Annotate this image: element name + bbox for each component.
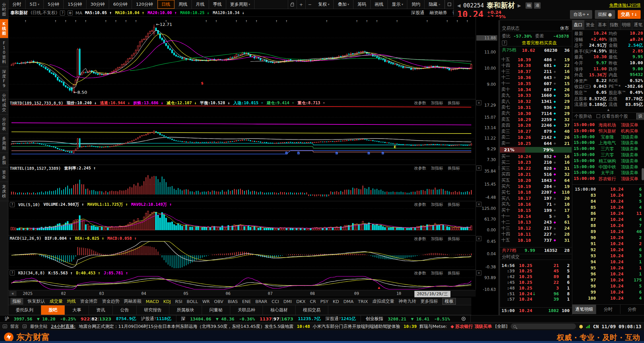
button-换指标[interactable]: 换指标 bbox=[448, 270, 460, 276]
button-换指标[interactable]: 换指标 bbox=[448, 165, 460, 171]
help-icon[interactable]: ? bbox=[10, 202, 15, 207]
alert-row[interactable]: 15:00:00精工钢构顶级卖单 bbox=[572, 158, 644, 164]
button-加指标[interactable]: 加指标 bbox=[431, 100, 443, 106]
tab-分时[interactable]: 分时 bbox=[596, 305, 620, 314]
sidebar-item-分时成交[interactable]: 分时成交 bbox=[0, 91, 8, 115]
reset-indicators-button[interactable]: 恢复默认 bbox=[28, 298, 45, 304]
help-icon[interactable]: ? bbox=[502, 40, 507, 45]
sidebar-item-龙虎榜[interactable]: 龙虎榜 bbox=[0, 182, 8, 201]
lock-icon[interactable] bbox=[288, 0, 297, 9]
alert-row[interactable]: 15:00:00太平洋顶级卖单 bbox=[572, 170, 644, 176]
station-icon[interactable] bbox=[23, 325, 27, 328]
market-link-融资融券[interactable]: 融资融券 bbox=[430, 10, 447, 16]
sidebar-item-分时图[interactable]: 分时图 bbox=[0, 0, 8, 19]
period-周线[interactable]: 周线 bbox=[175, 0, 192, 9]
tool-叠加[interactable]: 叠加▾ bbox=[334, 0, 353, 9]
market-link-深股通[interactable]: 深股通 bbox=[411, 10, 424, 16]
tool-复权[interactable]: 复权▾ bbox=[314, 0, 334, 9]
indicator-tab-ENE[interactable]: ENE bbox=[242, 299, 251, 304]
tab-资金[interactable]: 资金 bbox=[584, 20, 597, 30]
alert-row[interactable]: 15:00:00恒兴新材机构买单 bbox=[572, 128, 644, 134]
indicator-tab-资金博弈[interactable]: 资金博弈 bbox=[80, 298, 98, 304]
period-60分钟[interactable]: 60分钟 bbox=[109, 0, 132, 9]
alert-row[interactable]: 15:00:00三六零顶级卖单 bbox=[572, 152, 644, 158]
help-icon[interactable]: ? bbox=[60, 10, 65, 15]
sidebar-item-F10资料[interactable]: F10资料 bbox=[0, 38, 8, 67]
sidebar-item-深度F9[interactable]: 深度F9 bbox=[0, 67, 8, 91]
tab-关联品种[interactable]: 关联品种 bbox=[230, 305, 263, 315]
close-icon[interactable]: × bbox=[476, 100, 481, 105]
alert-row[interactable]: 15:00:00三六零顶级卖单 bbox=[572, 146, 644, 152]
zoom-in-button[interactable]: + bbox=[297, 0, 305, 9]
tab-逐笔[interactable]: 逐笔 bbox=[632, 20, 644, 30]
button-加指标[interactable]: 加指标 bbox=[431, 165, 443, 171]
message-icon[interactable] bbox=[3, 325, 7, 328]
tab-公告[interactable]: 公告 bbox=[113, 305, 137, 315]
period-季线[interactable]: 季线 bbox=[209, 0, 226, 9]
collapse-arrow-icon[interactable]: ▲ bbox=[572, 108, 644, 113]
kline-chart[interactable]: 11.8811.0010.009.0017.2915.0713.1411.229… bbox=[8, 17, 500, 297]
tab-模拟交易[interactable]: 模拟交易 bbox=[296, 305, 328, 315]
sidebar-item-资金[interactable]: 资金 bbox=[0, 167, 8, 182]
indicator-tab-KDJ[interactable]: KDJ bbox=[163, 299, 171, 304]
zoom-out-button[interactable]: − bbox=[305, 0, 314, 9]
indicator-tab-BOLL[interactable]: BOLL bbox=[187, 299, 198, 304]
tool-隐藏[interactable]: 隐藏» bbox=[425, 0, 445, 9]
tab-核心题材[interactable]: 核心题材 bbox=[263, 305, 296, 315]
indicator-tab-虚拟成交量[interactable]: 虚拟成交量 bbox=[372, 298, 394, 304]
period-分时[interactable]: 分时 bbox=[8, 0, 26, 9]
tab-研究报告[interactable]: 研究报告 bbox=[137, 305, 169, 315]
sidebar-item-分价表[interactable]: 分价表 bbox=[0, 115, 8, 134]
trade-button[interactable]: 交易↑↓ bbox=[618, 10, 641, 19]
tab-基本[interactable]: 基本 bbox=[596, 20, 608, 30]
tool-画线[interactable]: 画线 bbox=[371, 0, 388, 9]
period-5分钟[interactable]: 5分钟 bbox=[44, 0, 64, 9]
close-icon[interactable]: × bbox=[476, 270, 481, 275]
alert-row[interactable]: 15:00:00宝泰隆顶级卖单 bbox=[572, 134, 644, 140]
button-改参数[interactable]: 改参数 bbox=[414, 202, 426, 207]
sidebar-item-K线图[interactable]: K线图 bbox=[0, 19, 8, 38]
period-15分钟[interactable]: 15分钟 bbox=[64, 0, 87, 9]
news-item[interactable]: 10:39 辉瑞与Metse: bbox=[404, 323, 447, 330]
tab-问董秘[interactable]: 问董秘 bbox=[202, 305, 230, 315]
help-icon[interactable]: ? bbox=[10, 270, 15, 275]
indicator-tab-OBV[interactable]: OBV bbox=[214, 299, 224, 304]
tab-资讯[interactable]: 资讯 bbox=[89, 305, 113, 315]
full-orderbook-link[interactable]: 查看完整档买卖盘 bbox=[522, 40, 557, 46]
alert-row[interactable]: 15:00:00中国中铁顶级卖单 bbox=[572, 164, 644, 170]
badge-港[interactable]: 港 bbox=[534, 2, 541, 9]
tab-逐笔明细[interactable]: 逐笔明细 bbox=[572, 305, 596, 314]
chart-area[interactable]: 11.8811.0010.009.0017.2915.0713.1411.229… bbox=[8, 17, 500, 297]
alert-ticker[interactable]: ◆ 苏农银行 顶级买单 bbox=[450, 323, 492, 330]
tab-大事[interactable]: 大事 bbox=[65, 305, 89, 315]
indicator-tab-资金趋势[interactable]: 资金趋势 bbox=[102, 298, 120, 304]
period-30分钟[interactable]: 30分钟 bbox=[87, 0, 109, 9]
template-button[interactable]: 模板 bbox=[442, 298, 456, 305]
gear-icon[interactable]: ⚙ bbox=[68, 10, 73, 15]
next-stock-icon[interactable]: ▶ bbox=[517, 3, 521, 8]
period-更多周期[interactable]: 更多周期▾ bbox=[226, 0, 255, 9]
all-button[interactable]: [全部] bbox=[495, 323, 507, 330]
indicator-tab-更多指标[interactable]: 更多指标 bbox=[420, 298, 438, 304]
indicator-tab-TRIX[interactable]: TRIX bbox=[358, 299, 368, 304]
tool-显示[interactable]: 显示▾ bbox=[388, 0, 408, 9]
period-120分钟[interactable]: 120分钟 bbox=[132, 0, 158, 9]
period-月线[interactable]: 月线 bbox=[192, 0, 209, 9]
tab-所属板块[interactable]: 所属板块 bbox=[169, 305, 202, 315]
indicator-tab-CCI[interactable]: CCI bbox=[272, 299, 279, 304]
indicator-tab-BRAR[interactable]: BRAR bbox=[256, 299, 267, 304]
indicator-tab-BIAS[interactable]: BIAS bbox=[228, 299, 238, 304]
alert-button[interactable]: 提醒 bbox=[595, 10, 615, 19]
alert-row[interactable]: 15:00:00海南机场顶级买单 bbox=[572, 122, 644, 128]
button-换指标[interactable]: 换指标 bbox=[448, 100, 460, 106]
button-换指标[interactable]: 换指标 bbox=[448, 236, 460, 242]
tab-盘口[interactable]: 盘口 bbox=[572, 20, 584, 30]
message-label[interactable]: 留言 bbox=[10, 323, 19, 330]
fast-station-label[interactable]: 最快主站 bbox=[30, 323, 47, 330]
indicator-tab-RSI[interactable]: RSI bbox=[175, 299, 182, 304]
l2-trial-link[interactable]: 免费体验L2行情 bbox=[609, 2, 641, 8]
tab-股吧[interactable]: 股吧 bbox=[41, 305, 65, 315]
indicator-tab-DMI[interactable]: DMI bbox=[283, 299, 292, 304]
indicator-tab-DMA[interactable]: DMA bbox=[343, 299, 353, 304]
period-5日[interactable]: 5日▾ bbox=[26, 0, 44, 9]
